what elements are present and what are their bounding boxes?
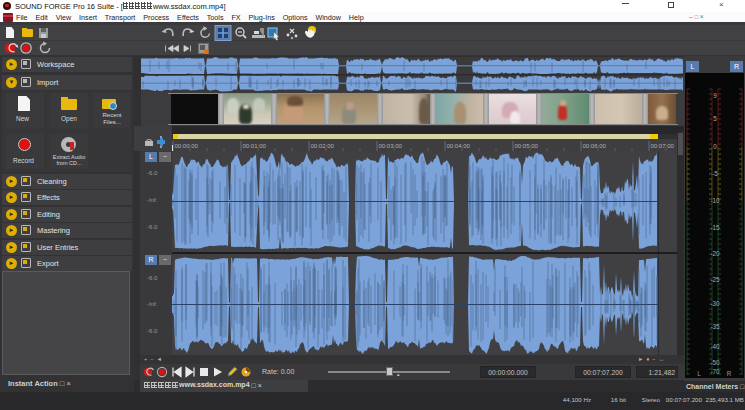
svg-text:-30: -30	[710, 300, 720, 307]
svg-text:-15: -15	[710, 224, 720, 231]
svg-text:-5: -5	[712, 170, 718, 177]
svg-text:-70: -70	[710, 368, 720, 375]
svg-text:-50: -50	[710, 359, 720, 366]
svg-text:0: 0	[713, 143, 717, 150]
svg-text:5: 5	[713, 115, 717, 122]
svg-text:-25: -25	[710, 276, 720, 283]
svg-text:-40: -40	[710, 343, 720, 350]
svg-text:00:02:00: 00:02:00	[311, 143, 335, 149]
svg-text:-20: -20	[710, 250, 720, 257]
svg-text:00:06:00: 00:06:00	[583, 143, 607, 149]
svg-text:9: 9	[713, 92, 717, 99]
svg-text:-35: -35	[710, 323, 720, 330]
svg-text:00:07:00: 00:07:00	[651, 143, 675, 149]
svg-text:00:04:00: 00:04:00	[447, 143, 471, 149]
svg-text:L: L	[697, 370, 701, 377]
svg-text:00:05:00: 00:05:00	[515, 143, 539, 149]
svg-text:-10: -10	[710, 197, 720, 204]
svg-text:R: R	[727, 370, 732, 377]
svg-text:00:03:00: 00:03:00	[379, 143, 403, 149]
svg-text:00:00:00: 00:00:00	[175, 143, 199, 149]
svg-text:00:01:00: 00:01:00	[243, 143, 267, 149]
